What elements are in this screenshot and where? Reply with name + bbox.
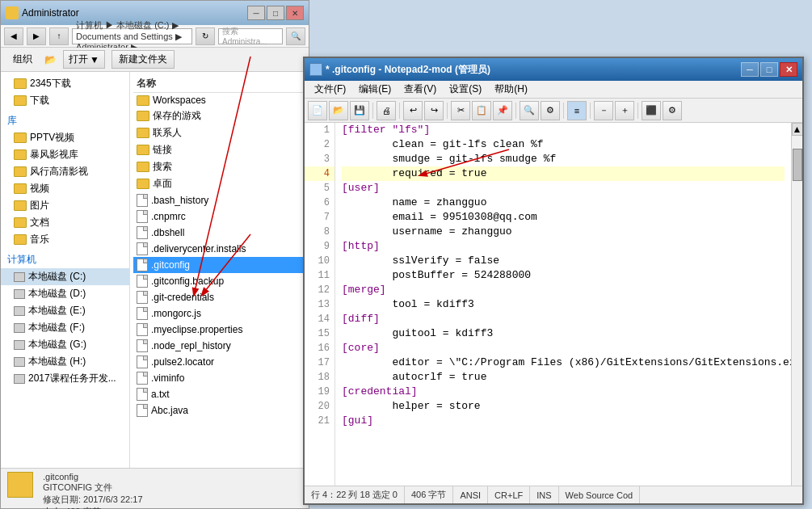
- notepad-scrollbar[interactable]: ▲: [791, 123, 802, 486]
- file-item-contacts[interactable]: 联系人: [133, 124, 305, 141]
- explorer-maximize-button[interactable]: □: [267, 6, 284, 20]
- new-folder-button[interactable]: 新建文件夹: [111, 50, 175, 69]
- forward-button[interactable]: ▶: [27, 27, 46, 45]
- code-line-12: [merge]: [342, 283, 785, 297]
- notepad-maximize-button[interactable]: □: [760, 62, 778, 77]
- explorer-close-button[interactable]: ✕: [286, 6, 304, 20]
- menu-file[interactable]: 文件(F): [308, 81, 352, 98]
- menu-help[interactable]: 帮助(H): [488, 81, 534, 98]
- file-item-search[interactable]: 搜索: [133, 158, 305, 175]
- address-path[interactable]: 计算机 ▶ 本地磁盘 (C:) ▶ Documents and Settings…: [72, 28, 192, 44]
- file-item-links[interactable]: 链接: [133, 141, 305, 158]
- notepad-close-button[interactable]: ✕: [780, 62, 797, 77]
- refresh-button[interactable]: ↻: [196, 27, 215, 45]
- sidebar-item-drive-h[interactable]: 本地磁盘 (H:): [1, 353, 129, 370]
- line-num-1: 1: [305, 123, 334, 137]
- file-item-pulse2[interactable]: .pulse2.locator: [133, 354, 305, 370]
- sidebar-item-video[interactable]: 视频: [1, 180, 129, 197]
- back-button[interactable]: ◀: [4, 27, 23, 45]
- sidebar-item-music[interactable]: 音乐: [1, 231, 129, 248]
- file-item-dbshell[interactable]: .dbshell: [133, 225, 305, 241]
- sidebar-item-drive-c[interactable]: 本地磁盘 (C:): [1, 268, 129, 285]
- code-text: helper = store: [342, 399, 481, 414]
- folder-icon: [137, 162, 149, 172]
- sidebar-item-docs[interactable]: 文档: [1, 214, 129, 231]
- explorer-main: 2345下载 下载 库 PPTV视频 暴风影视库: [1, 72, 309, 468]
- file-icon: [137, 226, 148, 239]
- code-area[interactable]: 1 2 3 4 5 6 7 8 9 10 11 12 13 14 15 16 1…: [305, 123, 802, 486]
- code-text: username = zhangguo: [342, 225, 512, 239]
- sidebar-item-drive-f[interactable]: 本地磁盘 (F:): [1, 319, 129, 336]
- sidebar-item-downloads2[interactable]: 下载: [1, 92, 129, 109]
- file-item-delivery[interactable]: .deliverycenter.installs: [133, 241, 305, 257]
- wordwrap-button[interactable]: ≡: [567, 101, 587, 120]
- sidebar-item-drive-e[interactable]: 本地磁盘 (E:): [1, 302, 129, 319]
- file-item-gitconfig[interactable]: .gitconfig: [133, 257, 305, 273]
- file-item-desktop[interactable]: 卓面: [133, 175, 305, 192]
- file-item-git-credentials[interactable]: .git-credentials: [133, 289, 305, 305]
- sidebar-item-drive-g[interactable]: 本地磁盘 (G:): [1, 336, 129, 353]
- replace-button[interactable]: ⚙: [541, 101, 560, 120]
- notepad-titlebar: * .gitconfig - Notepad2-mod (管理员) ─ □ ✕: [305, 58, 802, 81]
- file-item-node-repl[interactable]: .node_repl_history: [133, 338, 305, 354]
- menu-settings[interactable]: 设置(S): [443, 81, 488, 98]
- new-button[interactable]: 📄: [308, 101, 327, 120]
- print-button[interactable]: 🖨: [377, 101, 396, 120]
- search-placeholder: 搜索 Administra...: [222, 26, 279, 46]
- sidebar-item-pptv[interactable]: PPTV视频: [1, 129, 129, 146]
- sidebar-item-pictures[interactable]: 图片: [1, 197, 129, 214]
- file-item-workspaces[interactable]: Workspaces: [133, 93, 305, 107]
- file-item-abcjava[interactable]: Abc.java: [133, 402, 305, 419]
- search-button[interactable]: 🔍: [286, 27, 305, 45]
- cut-button[interactable]: ✂: [451, 101, 470, 120]
- toolbar-sep-7: [637, 103, 638, 119]
- file-item-cnpmrc[interactable]: .cnpmrc: [133, 208, 305, 225]
- open-file-button[interactable]: 📂: [329, 101, 348, 120]
- notepad-toolbar: 📄 📂 💾 🖨 ↩ ↪ ✂ 📋 📌 🔍 ⚙ ≡ － ＋ ⬛ ⚙: [305, 99, 802, 123]
- explorer-window: Administrator ─ □ ✕ ◀ ▶ ↑ 计算机 ▶ 本地磁盘 (C:…: [0, 0, 309, 509]
- sidebar-item-fengxing[interactable]: 风行高清影视: [1, 163, 129, 180]
- file-item-viminfo[interactable]: .viminfo: [133, 370, 305, 386]
- file-item-atxt[interactable]: a.txt: [133, 386, 305, 402]
- schema-button[interactable]: ⬛: [642, 101, 661, 120]
- file-item-bash[interactable]: .bash_history: [133, 192, 305, 208]
- scrollbar-thumb[interactable]: [793, 149, 802, 181]
- open-button[interactable]: 打开 ▼: [63, 50, 105, 69]
- code-text: sslVerify = false: [342, 254, 499, 268]
- save-button[interactable]: 💾: [350, 101, 369, 120]
- code-text: name = zhangguo: [342, 196, 486, 210]
- explorer-minimize-button[interactable]: ─: [247, 6, 265, 20]
- sidebar-library-header[interactable]: 库: [1, 112, 129, 129]
- sidebar-item-downloads1[interactable]: 2345下载: [1, 75, 129, 92]
- menu-edit[interactable]: 编辑(E): [352, 81, 398, 98]
- file-item-gitconfig-backup[interactable]: .gitconfig.backup: [133, 273, 305, 289]
- menu-view[interactable]: 查看(V): [398, 81, 443, 98]
- code-content[interactable]: [filter "lfs"] clean = git-lfs clean %f …: [335, 123, 791, 486]
- file-name: .git-credentials: [151, 292, 214, 303]
- sidebar-label: PPTV视频: [30, 131, 74, 145]
- file-item-savedgames[interactable]: 保存的游戏: [133, 107, 305, 124]
- sidebar-item-baofeng[interactable]: 暴风影视库: [1, 146, 129, 163]
- notepad-minimize-button[interactable]: ─: [741, 62, 759, 77]
- zoom-in-button[interactable]: ＋: [615, 101, 634, 120]
- file-item-mongorc[interactable]: .mongorc.js: [133, 305, 305, 322]
- sidebar-item-drive-d[interactable]: 本地磁盘 (D:): [1, 285, 129, 302]
- sidebar-computer-header[interactable]: 计算机: [1, 251, 129, 268]
- search-box[interactable]: 搜索 Administra...: [218, 28, 283, 44]
- organize-button[interactable]: 组织: [7, 50, 38, 69]
- paste-button[interactable]: 📌: [493, 101, 512, 120]
- zoom-out-button[interactable]: －: [594, 101, 613, 120]
- sidebar-item-course[interactable]: 2017课程任务开发...: [1, 370, 129, 387]
- code-line-21: [gui]: [342, 414, 785, 428]
- undo-button[interactable]: ↩: [403, 101, 423, 120]
- copy-button[interactable]: 📋: [472, 101, 491, 120]
- scroll-up-button[interactable]: ▲: [792, 123, 803, 136]
- settings2-button[interactable]: ⚙: [663, 101, 682, 120]
- up-button[interactable]: ↑: [49, 27, 69, 45]
- folder-icon: [14, 166, 27, 177]
- sidebar-label: 风行高清影视: [30, 165, 88, 179]
- find-button[interactable]: 🔍: [520, 101, 539, 120]
- open-icon: 📂: [44, 54, 57, 65]
- redo-button[interactable]: ↪: [424, 101, 444, 120]
- file-item-myeclipse[interactable]: .myeclipse.properties: [133, 322, 305, 338]
